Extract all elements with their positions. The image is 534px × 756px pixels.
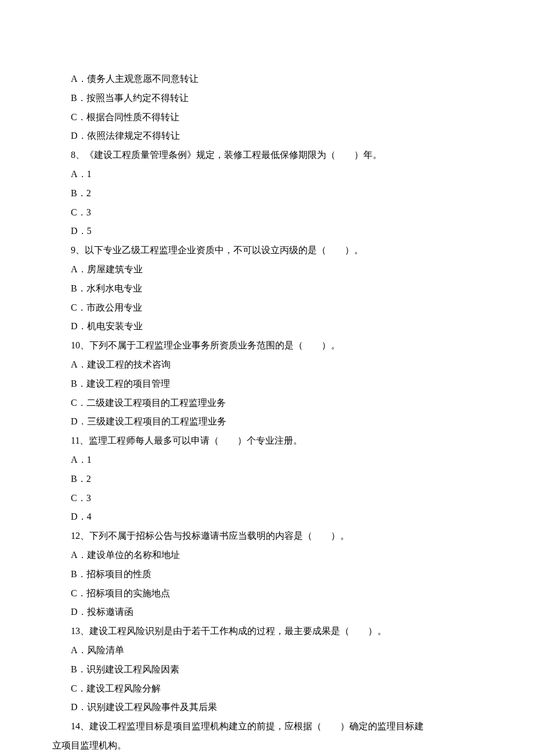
option-12a: A．建设单位的名称和地址 [52, 546, 482, 565]
option-11c: C．3 [52, 489, 482, 508]
option-7a: A．债务人主观意愿不同意转让 [52, 70, 482, 89]
option-10c: C．二级建设工程项目的工程监理业务 [52, 394, 482, 413]
option-13a: A．风险清单 [52, 641, 482, 660]
option-10d: D．三级建设工程项目的工程监理业务 [52, 412, 482, 431]
option-7b: B．按照当事人约定不得转让 [52, 89, 482, 108]
option-9c: C．市政公用专业 [52, 298, 482, 318]
option-10a: A．建设工程的技术咨询 [52, 355, 482, 375]
option-7d: D．依照法律规定不得转让 [52, 127, 482, 146]
option-9b: B．水利水电专业 [52, 279, 482, 298]
option-8b: B．2 [52, 184, 482, 203]
question-12: 12、下列不属于招标公告与投标邀请书应当载明的内容是（ ）。 [52, 527, 482, 546]
option-10b: B．建设工程的项目管理 [52, 375, 482, 394]
question-9: 9、以下专业乙级工程监理企业资质中，不可以设立丙级的是（ ）。 [52, 241, 482, 260]
option-8d: D．5 [52, 222, 482, 241]
question-14-line1: 14、建设工程监理目标是项目监理机构建立的前提，应根据（ ）确定的监理目标建 [52, 717, 482, 736]
option-13b: B．识别建设工程风险因素 [52, 660, 482, 679]
document-page: A．债务人主观意愿不同意转让 B．按照当事人约定不得转让 C．根据合同性质不得转… [0, 0, 534, 756]
question-14-line2: 立项目监理机构。 [52, 736, 482, 755]
option-12b: B．招标项目的性质 [52, 565, 482, 584]
option-9a: A．房屋建筑专业 [52, 260, 482, 279]
option-9d: D．机电安装专业 [52, 317, 482, 336]
question-10: 10、下列不属于工程监理企业事务所资质业务范围的是（ ）。 [52, 336, 482, 355]
option-8a: A．1 [52, 165, 482, 184]
option-13c: C．建设工程风险分解 [52, 679, 482, 699]
option-12d: D．投标邀请函 [52, 603, 482, 622]
option-11b: B．2 [52, 470, 482, 489]
option-11d: D．4 [52, 507, 482, 527]
question-13: 13、建设工程风险识别是由于若干工作构成的过程，最主要成果是（ ）。 [52, 622, 482, 641]
option-7c: C．根据合同性质不得转让 [52, 108, 482, 127]
question-8: 8、《建设工程质量管理条例》规定，装修工程最低保修期限为（ ）年。 [52, 146, 482, 165]
question-11: 11、监理工程师每人最多可以申请（ ）个专业注册。 [52, 431, 482, 451]
option-8c: C．3 [52, 203, 482, 222]
option-12c: C．招标项目的实施地点 [52, 584, 482, 603]
option-13d: D．识别建设工程风险事件及其后果 [52, 698, 482, 717]
option-11a: A．1 [52, 451, 482, 470]
